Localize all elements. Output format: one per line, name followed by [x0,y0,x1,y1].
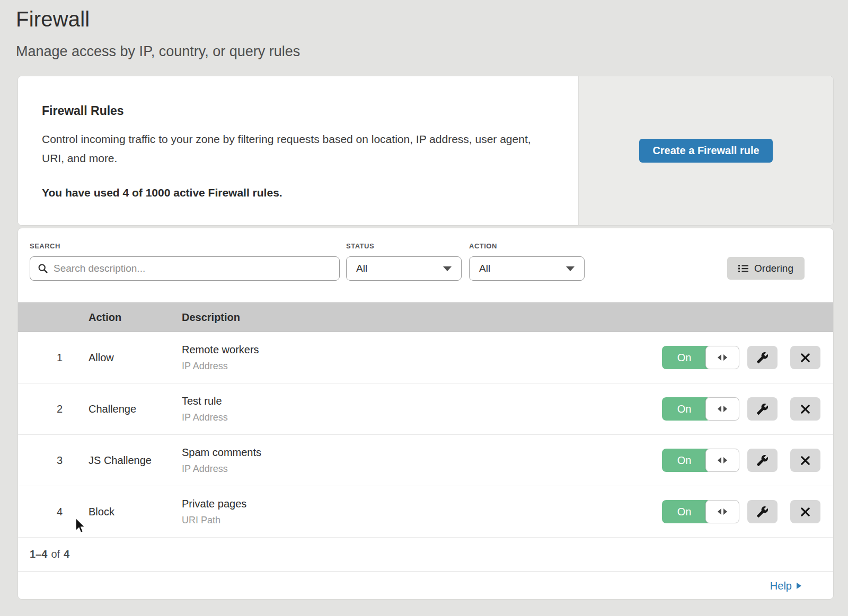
action-select[interactable]: All [469,256,585,281]
description-column-header: Description [182,311,820,324]
rule-match-field: IP Address [182,412,662,423]
rule-enabled-toggle[interactable]: On [662,346,739,369]
edit-rule-button[interactable] [747,397,778,421]
x-icon [800,456,810,466]
filters-bar: SEARCH STATUS All ACTION All [18,228,833,302]
pagination-range: 1–4 [30,548,47,560]
rule-match-field: IP Address [182,361,662,372]
search-icon [38,263,48,274]
rule-description-cell: Private pages URI Path [182,498,662,526]
rule-priority: 3 [30,454,89,467]
wrench-icon [756,352,768,364]
table-row: 4 Block Private pages URI Path On [18,486,833,538]
rule-controls: On [662,346,820,369]
toggle-on-label[interactable]: On [662,397,711,421]
caret-down-icon [566,266,575,271]
table-header: Action Description [18,302,833,332]
toggle-arrow-left-icon [718,508,721,515]
toggle-arrow-right-icon [723,457,727,463]
rule-action: Allow [89,352,182,364]
toggle-arrow-right-icon [723,508,727,515]
delete-rule-button[interactable] [790,346,820,369]
page-title: Firewall [16,6,832,32]
help-link[interactable]: Help [770,580,801,592]
firewall-page: { "page": { "title": "Firewall", "subtit… [0,0,848,616]
toggle-handle[interactable] [705,346,739,369]
status-field: STATUS All [346,242,462,281]
action-field: ACTION All [469,242,585,281]
rule-description: Test rule [182,395,662,407]
toggle-handle[interactable] [705,397,739,421]
table-row: 3 JS Challenge Spam comments IP Address … [18,435,833,486]
page-subtitle: Manage access by IP, country, or query r… [16,43,832,59]
rule-controls: On [662,449,820,472]
edit-rule-button[interactable] [747,500,778,523]
toggle-arrow-left-icon [718,406,721,412]
x-icon [800,507,810,517]
toggle-arrow-left-icon [718,457,721,463]
wrench-icon [756,454,768,467]
pagination: 1–4 of 4 [18,538,833,572]
rule-enabled-toggle[interactable]: On [662,397,739,421]
toggle-handle[interactable] [705,500,739,523]
x-icon [800,353,810,363]
toggle-on-label[interactable]: On [662,346,711,369]
search-field: SEARCH [30,242,340,281]
firewall-rules-overview-card: Firewall Rules Control incoming traffic … [17,76,834,226]
search-input[interactable] [54,263,332,274]
toggle-on-label[interactable]: On [662,500,711,523]
rule-action: Challenge [89,403,182,415]
rule-description-cell: Test rule IP Address [182,395,662,423]
edit-rule-button[interactable] [747,449,778,472]
ordered-list-icon [738,264,748,273]
wrench-icon [756,403,768,415]
rule-enabled-toggle[interactable]: On [662,449,739,472]
overview-usage-note: You have used 4 of 1000 active Firewall … [42,186,541,199]
overview-description: Control incoming traffic to your zone by… [42,130,541,168]
toggle-on-label[interactable]: On [662,449,711,472]
table-row: 1 Allow Remote workers IP Address On [18,332,833,383]
table-row: 2 Challenge Test rule IP Address On [18,383,833,435]
rule-description: Private pages [182,498,662,510]
status-select[interactable]: All [346,256,462,281]
rule-description-cell: Spam comments IP Address [182,447,662,475]
ordering-button-label: Ordering [754,263,793,274]
x-icon [800,404,810,414]
status-label: STATUS [346,242,462,250]
rule-description: Spam comments [182,447,662,459]
create-rule-pane: Create a Firewall rule [578,76,833,225]
caret-down-icon [443,266,452,271]
rule-match-field: IP Address [182,463,662,475]
create-firewall-rule-button[interactable]: Create a Firewall rule [639,139,772,163]
help-arrow-icon [797,583,801,589]
page-header: Firewall Manage access by IP, country, o… [0,0,848,76]
rules-table-body: 1 Allow Remote workers IP Address On [18,332,833,538]
rule-priority: 4 [30,506,89,518]
rule-match-field: URI Path [182,515,662,526]
rule-controls: On [662,397,820,421]
delete-rule-button[interactable] [790,397,820,421]
rule-description-cell: Remote workers IP Address [182,344,662,372]
rule-controls: On [662,500,820,523]
toggle-arrow-left-icon [718,354,721,361]
pagination-total: 4 [64,548,69,560]
toggle-arrow-right-icon [723,354,727,361]
status-select-value: All [356,263,367,274]
rule-description: Remote workers [182,344,662,356]
delete-rule-button[interactable] [790,500,820,523]
help-row: Help [18,572,833,600]
overview-heading: Firewall Rules [42,104,541,118]
rule-action: JS Challenge [89,454,182,467]
toggle-handle[interactable] [705,449,739,472]
rule-enabled-toggle[interactable]: On [662,500,739,523]
rule-priority: 2 [30,403,89,415]
search-label: SEARCH [30,242,340,250]
action-label: ACTION [469,242,585,250]
firewall-rules-list-card: SEARCH STATUS All ACTION All [17,228,834,600]
delete-rule-button[interactable] [790,449,820,472]
ordering-button[interactable]: Ordering [727,257,805,280]
action-select-value: All [479,263,490,274]
rule-action: Block [89,506,182,518]
edit-rule-button[interactable] [747,346,778,369]
pagination-of-label: of [51,548,60,560]
